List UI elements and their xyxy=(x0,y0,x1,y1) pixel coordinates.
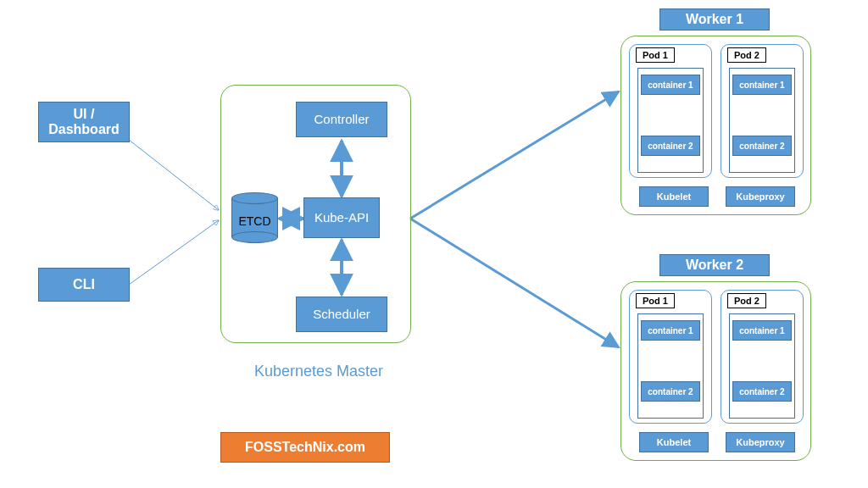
etcd-label: ETCD xyxy=(231,214,278,228)
worker2-title: Worker 2 xyxy=(659,254,770,276)
kube-api-box: Kube-API xyxy=(303,197,380,238)
w2-kubelet: Kubelet xyxy=(639,432,709,452)
ui-dashboard-box: UI / Dashboard xyxy=(38,102,130,142)
w2-pod1-c1: container 1 xyxy=(641,320,700,341)
svg-line-0 xyxy=(129,140,219,210)
scheduler-box: Scheduler xyxy=(296,297,387,332)
w1-pod1-label: Pod 1 xyxy=(636,47,675,63)
w2-pod2-c2: container 2 xyxy=(732,381,792,402)
svg-line-6 xyxy=(410,219,619,347)
worker1-title: Worker 1 xyxy=(659,8,770,30)
master-caption: Kubernetes Master xyxy=(254,363,383,380)
w1-kubeproxy: Kubeproxy xyxy=(726,186,795,207)
w2-pod2-c1: container 1 xyxy=(732,320,792,341)
cli-box: CLI xyxy=(38,268,130,302)
w1-pod1-c2: container 2 xyxy=(641,136,700,156)
footer-banner: FOSSTechNix.com xyxy=(220,432,390,463)
svg-line-5 xyxy=(410,92,619,219)
w1-pod2-c1: container 1 xyxy=(732,75,792,95)
w2-pod2-label: Pod 2 xyxy=(727,293,766,308)
w1-pod2-label: Pod 2 xyxy=(727,47,766,63)
w1-pod1-c1: container 1 xyxy=(641,75,700,95)
etcd-cylinder: ETCD xyxy=(231,192,278,243)
controller-box: Controller xyxy=(296,102,387,137)
w2-pod1-c2: container 2 xyxy=(641,381,700,402)
w2-pod1-label: Pod 1 xyxy=(636,293,675,308)
svg-line-1 xyxy=(129,220,219,285)
w2-kubeproxy: Kubeproxy xyxy=(726,432,795,452)
w1-pod2-c2: container 2 xyxy=(732,136,792,156)
w1-kubelet: Kubelet xyxy=(639,186,709,207)
